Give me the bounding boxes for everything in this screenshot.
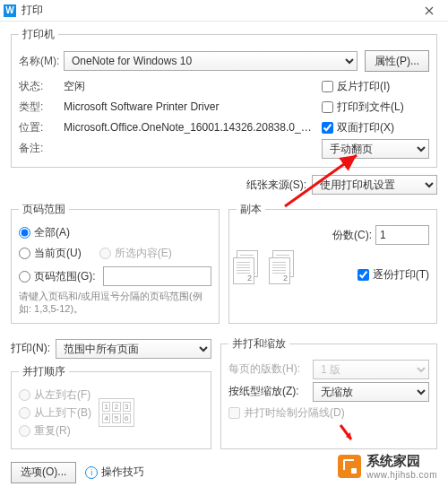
order-legend: 并打顺序 <box>19 364 69 379</box>
paper-source-select[interactable]: 使用打印机设置 <box>312 175 437 195</box>
range-selection-label: 所选内容(E) <box>115 246 172 261</box>
collate-label: 逐份打印(T) <box>373 267 429 283</box>
scale-select[interactable]: 无缩放 <box>313 382 429 402</box>
order-repeat-label: 重复(R) <box>34 423 71 439</box>
app-icon: W <box>4 4 16 17</box>
tips-link[interactable]: i操作技巧 <box>85 465 144 480</box>
reverse-label: 反片打印(I) <box>337 79 390 94</box>
printwhat-select[interactable]: 范围中所有页面 <box>56 339 211 359</box>
drawline-label: 并打时绘制分隔线(D) <box>244 405 345 421</box>
watermark-domain: www.hjihsb.com <box>366 470 437 480</box>
perpage-label: 每页的版数(H): <box>228 361 309 377</box>
range-pages-label: 页码范围(G): <box>34 269 96 284</box>
order-tb-label: 从上到下(B) <box>34 405 91 421</box>
range-current-label: 当前页(U) <box>34 246 82 261</box>
duplex-checkbox[interactable] <box>322 122 333 134</box>
collate-checkbox[interactable] <box>358 269 369 281</box>
range-legend: 页码范围 <box>19 202 69 217</box>
page-icon: 2 <box>269 257 290 284</box>
comment-label: 备注: <box>19 141 64 156</box>
printwhat-label: 打印(N): <box>11 341 50 356</box>
perpage-select: 1 版 <box>313 360 429 379</box>
order-group: 并打顺序 从左到右(F) 从上到下(B) 重复(R) 123456 <box>11 364 211 449</box>
properties-button[interactable]: 属性(P)... <box>365 50 429 72</box>
drawline-checkbox <box>228 407 240 419</box>
status-value: 空闲 <box>64 79 85 94</box>
reverse-checkbox[interactable] <box>322 81 333 92</box>
printer-name-select[interactable]: OneNote for Windows 10 <box>64 51 358 71</box>
type-value: Microsoft Software Printer Driver <box>64 100 219 113</box>
type-label: 类型: <box>19 100 64 115</box>
watermark-logo-icon <box>338 455 361 478</box>
watermark-name: 系统家园 <box>366 453 437 470</box>
zoom-legend: 并打和缩放 <box>228 336 289 352</box>
where-label: 位置: <box>19 120 64 135</box>
page-icon: 2 <box>233 257 254 284</box>
name-label: 名称(M): <box>19 54 64 69</box>
copies-legend: 副本 <box>237 202 265 217</box>
range-group: 页码范围 全部(A) 当前页(U) 所选内容(E) 页码范围(G): 请键入页码… <box>11 202 220 324</box>
zoom-group: 并打和缩放 每页的版数(H):1 版 按纸型缩放(Z):无缩放 并打时绘制分隔线… <box>220 336 437 449</box>
options-button[interactable]: 选项(O)... <box>11 462 76 483</box>
duplex-mode-select[interactable]: 手动翻页 <box>322 139 429 159</box>
copies-count-input[interactable] <box>375 225 429 245</box>
copies-group: 副本 份数(C): 1 2 1 2 逐份打印(T) <box>228 202 437 324</box>
order-repeat-radio <box>19 425 30 437</box>
range-selection-radio <box>99 248 111 259</box>
where-value: Microsoft.Office.OneNote_16001.14326.208… <box>64 121 314 134</box>
printer-legend: 打印机 <box>19 27 58 42</box>
tofile-label: 打印到文件(L) <box>337 100 404 115</box>
close-button[interactable] <box>414 1 444 21</box>
paper-source-label: 纸张来源(S): <box>246 178 306 193</box>
order-tb-radio <box>19 407 30 419</box>
range-pages-input[interactable] <box>103 266 211 286</box>
status-label: 状态: <box>19 79 64 94</box>
order-preview-icon: 123456 <box>99 398 134 427</box>
order-lr-label: 从左到右(F) <box>34 387 90 403</box>
scale-label: 按纸型缩放(Z): <box>228 384 309 399</box>
order-lr-radio <box>19 389 30 401</box>
copies-count-label: 份数(C): <box>332 228 372 243</box>
window-title: 打印 <box>22 3 414 18</box>
info-icon: i <box>85 466 98 479</box>
range-all-label: 全部(A) <box>34 225 70 240</box>
printer-group: 打印机 名称(M): OneNote for Windows 10 属性(P).… <box>11 27 437 168</box>
duplex-label: 双面打印(X) <box>337 120 394 135</box>
watermark: 系统家园 www.hjihsb.com <box>334 451 441 482</box>
tofile-checkbox[interactable] <box>322 101 333 113</box>
range-pages-radio[interactable] <box>19 271 30 283</box>
range-current-radio[interactable] <box>19 248 30 259</box>
range-hint: 请键入页码和/或用逗号分隔的页码范围(例如: 1,3,5-12)。 <box>19 290 211 316</box>
range-all-radio[interactable] <box>19 227 30 239</box>
